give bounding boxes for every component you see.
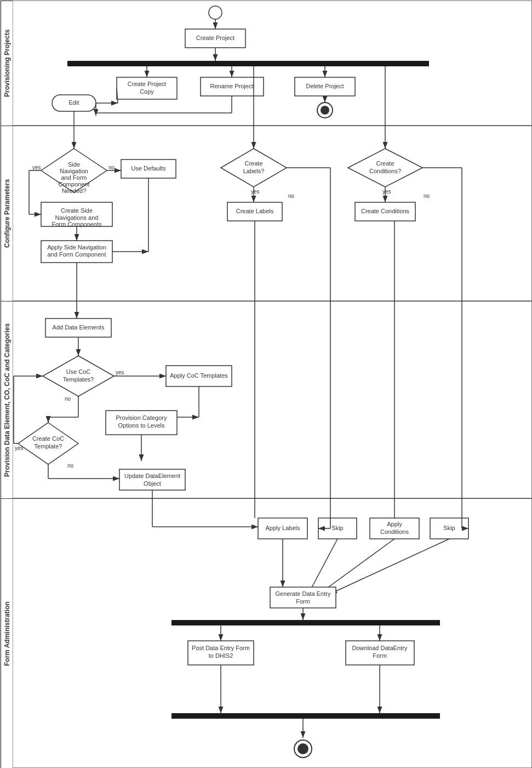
- create-conditions-q-label1: Create: [376, 160, 394, 167]
- post-form-label2: to DHIS2: [209, 652, 233, 659]
- apply-side-nav-label1: Apply Side Navigation: [47, 244, 106, 251]
- create-project-label: Create Project: [196, 35, 234, 41]
- apply-coc-label: Apply CoC Templates: [170, 372, 228, 379]
- provision-category-label2: Options to Levels: [118, 422, 165, 429]
- side-nav-label3: and Form: [61, 174, 87, 181]
- yes-label-createcond: yes: [382, 189, 391, 195]
- create-project-copy-label1: Create Project: [128, 81, 166, 87]
- arrow-skip1-generate: [308, 539, 337, 594]
- yes-label-createcoc: yes: [15, 445, 24, 451]
- create-conditions-q-label2: Conditions?: [369, 168, 401, 174]
- add-data-elements-label: Add Data Elements: [53, 324, 105, 331]
- no-label-createcoc: no: [67, 463, 74, 469]
- skip1-label: Skip: [331, 525, 343, 531]
- end-circle-inner: [321, 106, 329, 115]
- no-label-sidenav: no: [108, 164, 115, 170]
- generate-form-label1: Generate Data Entry: [276, 590, 331, 597]
- start-circle: [209, 6, 222, 19]
- apply-conditions-label2: Conditions: [380, 528, 409, 535]
- fork-bar-1: [67, 61, 429, 66]
- lane-configure-label: Configure Parameters: [1, 126, 13, 301]
- edit-label: Edit: [69, 99, 79, 106]
- rename-project-label: Rename Project: [210, 83, 254, 89]
- post-form-label1: Post Data Entry Form: [192, 645, 250, 651]
- create-side-nav-label2: Navigations and: [55, 214, 99, 221]
- delete-project-label: Delete Project: [306, 83, 344, 89]
- create-labels-label: Create Labels: [236, 208, 274, 214]
- join-bar: [171, 713, 440, 719]
- arrow-applycond-generate: [319, 539, 394, 594]
- create-coc-label2: Template?: [35, 443, 62, 450]
- create-project-copy-label2: Copy: [140, 88, 154, 95]
- end-circle-final-inner: [298, 743, 308, 754]
- side-nav-label2: Navigation: [60, 168, 88, 174]
- no-label-createcond: no: [424, 193, 430, 199]
- arrow-skip2-generate: [330, 539, 449, 594]
- apply-conditions-label1: Apply: [387, 521, 402, 527]
- create-labels-q-label2: Labels?: [243, 168, 265, 174]
- side-nav-label1: Side: [68, 161, 80, 168]
- create-coc-label1: Create CoC: [32, 435, 64, 442]
- use-coc-label1: Use CoC: [66, 368, 91, 375]
- create-labels-q-label1: Create: [244, 160, 262, 167]
- skip2-label: Skip: [443, 525, 455, 531]
- lane-provisioning-label: Provisioning Projects: [1, 1, 13, 126]
- create-conditions-label: Create Conditions: [361, 208, 410, 214]
- generate-form-label2: Form: [296, 598, 310, 605]
- no-label-createlabels: no: [288, 193, 295, 199]
- apply-side-nav-label2: and Form Component: [48, 251, 106, 258]
- fork-bar-2: [171, 620, 440, 625]
- side-nav-label4: Component: [59, 181, 90, 187]
- use-defaults-label: Use Defaults: [131, 165, 166, 172]
- diagram-container: Provisioning Projects Configure Paramete…: [0, 0, 532, 768]
- update-dataelement-label2: Object: [144, 480, 161, 487]
- provision-category-label1: Provision Category: [116, 414, 167, 421]
- yes-label-createlabels: yes: [251, 189, 260, 195]
- download-form-label2: Form: [373, 652, 387, 659]
- use-coc-label2: Templates?: [63, 376, 94, 383]
- lane-form-admin-label: Form Administration: [1, 498, 13, 768]
- apply-labels-label: Apply Labels: [266, 525, 300, 531]
- diagram-svg: Create Project Create Project Copy Renam…: [13, 1, 532, 768]
- side-nav-label5: Needed?: [62, 187, 87, 194]
- lane-provision-data-label: Provision Data Element, CO, CoC and Cate…: [1, 301, 13, 498]
- download-form-label1: Download DataEntry: [352, 645, 408, 651]
- yes-label-sidenav: yes: [32, 164, 41, 170]
- create-side-nav-label1: Create Side: [61, 207, 93, 214]
- no-label-coc: no: [65, 396, 71, 402]
- yes-label-coc: yes: [116, 369, 124, 376]
- update-dataelement-label1: Update DataElement: [124, 473, 180, 479]
